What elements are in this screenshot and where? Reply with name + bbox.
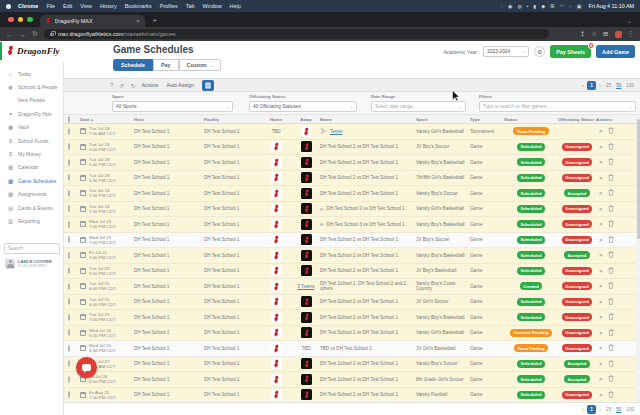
officiating-filter-select[interactable]: All Officiating Statuses⌄ xyxy=(249,101,357,112)
sidebar-item-reporting[interactable]: ▥Reporting xyxy=(0,214,63,227)
row-checkbox[interactable] xyxy=(68,345,70,352)
tab-custom[interactable]: Custom⌄ xyxy=(179,59,221,71)
help-icon[interactable]: ? xyxy=(110,82,113,88)
menu-item-bookmarks[interactable]: Bookmarks xyxy=(125,3,152,9)
calendar-icon[interactable] xyxy=(80,237,86,243)
column-header-host[interactable]: Host xyxy=(134,117,204,122)
menu-item-history[interactable]: History xyxy=(100,3,117,9)
auto-assign-button[interactable]: Auto Assign xyxy=(166,82,193,88)
cancel-game-icon[interactable]: × xyxy=(599,376,603,382)
delete-game-icon[interactable] xyxy=(608,236,614,244)
next-page-icon[interactable]: › xyxy=(599,82,601,88)
menu-item-chrome[interactable]: Chrome xyxy=(18,3,38,9)
calendar-icon[interactable] xyxy=(80,175,86,181)
history-icon[interactable]: ↺ xyxy=(119,82,124,89)
gear-icon[interactable]: ⚙ xyxy=(534,46,545,57)
row-checkbox[interactable] xyxy=(68,360,70,367)
delete-game-icon[interactable] xyxy=(608,143,614,151)
keystone-icon[interactable]: ◌ xyxy=(500,3,503,9)
calendar-icon[interactable] xyxy=(80,392,86,398)
calendar-icon[interactable] xyxy=(80,221,86,227)
cancel-game-icon[interactable]: × xyxy=(599,345,603,351)
calendar-icon[interactable] xyxy=(80,345,86,351)
meet-icon[interactable]: ◍ xyxy=(517,3,521,9)
menu-item-file[interactable]: File xyxy=(46,3,55,9)
cancel-game-icon[interactable]: × xyxy=(599,221,603,227)
scrollbar[interactable] xyxy=(636,115,640,402)
dragonfly-logo[interactable]: DragonFly xyxy=(5,45,60,56)
column-header-actions[interactable]: Actions xyxy=(596,117,626,122)
prev-page-icon[interactable]: ‹ xyxy=(582,82,584,88)
sidebar-item-vault[interactable]: ▣Vault xyxy=(0,121,63,134)
away-teams-link[interactable]: 3 Teams xyxy=(297,284,314,289)
sidebar-item-assignments[interactable]: ▦Assignments xyxy=(0,188,63,201)
cancel-game-icon[interactable]: × xyxy=(599,299,603,305)
delete-game-icon[interactable] xyxy=(608,174,614,182)
cancel-game-icon[interactable]: × xyxy=(599,361,603,367)
column-header-type[interactable]: Type xyxy=(470,117,504,122)
record-icon[interactable]: ◉ xyxy=(508,3,512,9)
page-size-50[interactable]: 50 xyxy=(616,83,621,88)
video-icon[interactable]: ◆ xyxy=(541,3,545,9)
column-header-home[interactable]: Home xyxy=(270,117,282,122)
delete-game-icon[interactable] xyxy=(608,189,614,197)
row-checkbox[interactable] xyxy=(68,298,70,305)
calendar-icon[interactable] xyxy=(80,299,86,305)
refresh-icon[interactable]: ↻ xyxy=(130,82,135,89)
menu-item-edit[interactable]: Edit xyxy=(63,3,72,9)
add-game-button[interactable]: Add Game xyxy=(596,45,635,58)
calendar-icon[interactable] xyxy=(80,330,86,336)
column-header-sport[interactable]: Sport xyxy=(416,117,470,122)
cancel-game-icon[interactable]: × xyxy=(599,175,603,181)
delete-game-icon[interactable] xyxy=(608,375,614,383)
cancel-game-icon[interactable]: × xyxy=(599,268,603,274)
row-checkbox[interactable] xyxy=(68,221,70,228)
calendar-icon[interactable] xyxy=(80,252,86,258)
cancel-game-icon[interactable]: × xyxy=(599,237,603,243)
sidebar-item-cards-events[interactable]: ▤Cards & Events xyxy=(0,201,63,214)
game-name-link[interactable]: Tester xyxy=(330,129,343,134)
sport-filter-select[interactable]: All Sports⌄ xyxy=(112,101,233,112)
page-size-100[interactable]: 100 xyxy=(626,407,634,412)
forward-icon[interactable]: → xyxy=(19,31,26,38)
people-icon[interactable]: ▪ xyxy=(527,3,529,9)
row-checkbox[interactable] xyxy=(68,236,70,243)
calendar-icon[interactable] xyxy=(80,283,86,289)
row-checkbox[interactable] xyxy=(68,314,70,321)
sidebar-item-schools-people[interactable]: ◉Schools & People xyxy=(0,80,63,93)
calendar-icon[interactable] xyxy=(80,128,86,134)
sort-asc-icon[interactable]: ▴ xyxy=(91,117,93,122)
tab-search-icon[interactable]: ⌄ xyxy=(627,17,632,24)
sidebar-item-today[interactable]: ⌂Today xyxy=(0,67,63,80)
page-size-25[interactable]: 25 xyxy=(606,407,611,412)
delete-game-icon[interactable] xyxy=(608,360,614,368)
reload-icon[interactable]: ↻ xyxy=(32,30,38,38)
row-checkbox[interactable] xyxy=(68,391,70,398)
current-page[interactable]: 1 xyxy=(587,405,596,414)
current-page[interactable]: 1 xyxy=(587,81,596,90)
game-search-input[interactable]: Type to search or filter games...⌄ xyxy=(479,101,636,112)
cancel-game-icon[interactable]: × xyxy=(599,330,603,336)
delete-game-icon[interactable] xyxy=(608,344,614,352)
cancel-game-icon[interactable]: × xyxy=(599,206,603,212)
cancel-game-icon[interactable]: × xyxy=(599,283,603,289)
battery-icon[interactable]: ▮ xyxy=(534,3,537,9)
select-all-checkbox[interactable] xyxy=(68,116,70,123)
delete-game-icon[interactable] xyxy=(608,267,614,275)
delete-game-icon[interactable] xyxy=(608,158,614,166)
new-tab-button[interactable]: + xyxy=(153,16,158,25)
menu-item-profiles[interactable]: Profiles xyxy=(160,3,178,9)
menu-item-window[interactable]: Window xyxy=(202,3,221,9)
row-checkbox[interactable] xyxy=(68,159,70,166)
delete-game-icon[interactable] xyxy=(608,127,614,135)
cancel-game-icon[interactable]: × xyxy=(599,190,603,196)
column-header-away[interactable]: Away xyxy=(300,117,311,122)
zoom-window-button[interactable] xyxy=(27,17,33,23)
row-checkbox[interactable] xyxy=(68,283,70,290)
cancel-game-icon[interactable]: × xyxy=(599,128,603,134)
chat-fab-button[interactable] xyxy=(76,357,97,378)
delete-game-icon[interactable] xyxy=(608,329,614,337)
extensions-icon[interactable]: ⊞ xyxy=(603,30,608,38)
page-size-100[interactable]: 100 xyxy=(626,83,634,88)
browser-tab[interactable]: DragonFly MAX × xyxy=(40,15,145,27)
